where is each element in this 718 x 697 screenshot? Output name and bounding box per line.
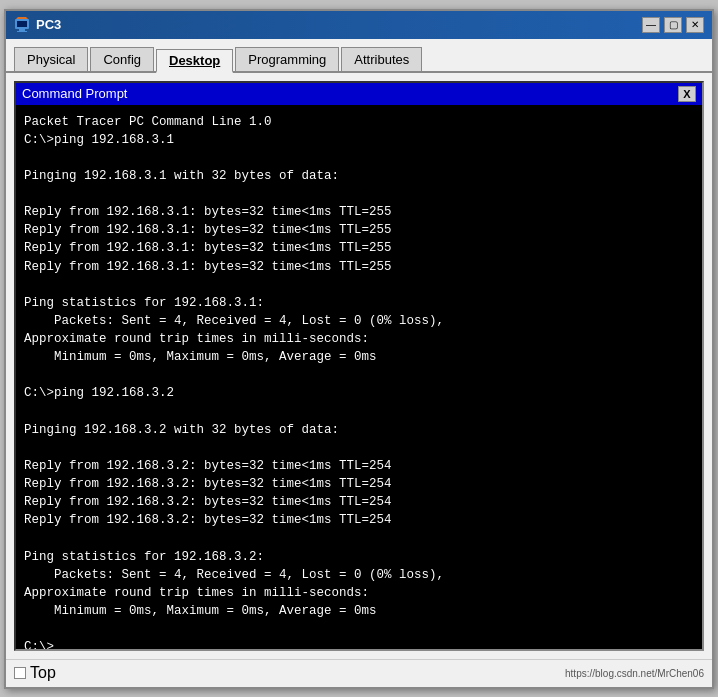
cmd-close-button[interactable]: X <box>678 86 696 102</box>
cmd-line-9: Reply from 192.168.3.1: bytes=32 time<1m… <box>24 260 392 274</box>
cmd-output[interactable]: Packet Tracer PC Command Line 1.0 C:\>pi… <box>16 105 702 649</box>
window-controls: — ▢ ✕ <box>642 17 704 33</box>
cmd-line-1: Packet Tracer PC Command Line 1.0 <box>24 115 272 129</box>
cmd-line-30: C:\> <box>24 640 54 648</box>
command-prompt-window: Command Prompt X Packet Tracer PC Comman… <box>14 81 704 651</box>
cmd-titlebar: Command Prompt X <box>16 83 702 105</box>
cmd-line-23: Reply from 192.168.3.2: bytes=32 time<1m… <box>24 513 392 527</box>
bottom-url: https://blog.csdn.net/MrChen06 <box>565 668 704 679</box>
cmd-line-22: Reply from 192.168.3.2: bytes=32 time<1m… <box>24 495 392 509</box>
tab-physical[interactable]: Physical <box>14 47 88 71</box>
svg-marker-4 <box>16 17 28 19</box>
top-checkbox[interactable] <box>14 667 26 679</box>
cmd-line-21: Reply from 192.168.3.2: bytes=32 time<1m… <box>24 477 392 491</box>
cmd-line-27: Approximate round trip times in milli-se… <box>24 586 369 600</box>
tab-programming[interactable]: Programming <box>235 47 339 71</box>
title-bar: PC3 — ▢ ✕ <box>6 11 712 39</box>
tab-desktop[interactable]: Desktop <box>156 49 233 73</box>
svg-rect-1 <box>17 21 27 27</box>
cmd-line-28: Minimum = 0ms, Maximum = 0ms, Average = … <box>24 604 377 618</box>
main-window: PC3 — ▢ ✕ Physical Config Desktop Progra… <box>4 9 714 689</box>
cmd-line-12: Packets: Sent = 4, Received = 4, Lost = … <box>24 314 444 328</box>
minimize-button[interactable]: — <box>642 17 660 33</box>
maximize-button[interactable]: ▢ <box>664 17 682 33</box>
cmd-line-20: Reply from 192.168.3.2: bytes=32 time<1m… <box>24 459 392 473</box>
bottom-bar: Top https://blog.csdn.net/MrChen06 <box>6 659 712 687</box>
cmd-line-25: Ping statistics for 192.168.3.2: <box>24 550 264 564</box>
cmd-line-8: Reply from 192.168.3.1: bytes=32 time<1m… <box>24 241 392 255</box>
tab-config[interactable]: Config <box>90 47 154 71</box>
top-label: Top <box>30 664 56 682</box>
cmd-line-16: C:\>ping 192.168.3.2 <box>24 386 174 400</box>
tab-attributes[interactable]: Attributes <box>341 47 422 71</box>
tab-bar: Physical Config Desktop Programming Attr… <box>6 39 712 73</box>
window-title: PC3 <box>36 17 642 32</box>
cmd-line-26: Packets: Sent = 4, Received = 4, Lost = … <box>24 568 444 582</box>
cmd-line-2: C:\>ping 192.168.3.1 <box>24 133 174 147</box>
app-icon <box>14 17 30 33</box>
cmd-line-6: Reply from 192.168.3.1: bytes=32 time<1m… <box>24 205 392 219</box>
content-area: Command Prompt X Packet Tracer PC Comman… <box>6 73 712 659</box>
cmd-line-7: Reply from 192.168.3.1: bytes=32 time<1m… <box>24 223 392 237</box>
svg-rect-3 <box>17 31 27 32</box>
cmd-line-11: Ping statistics for 192.168.3.1: <box>24 296 264 310</box>
bottom-left: Top <box>14 664 56 682</box>
cmd-title-label: Command Prompt <box>22 86 127 101</box>
close-button[interactable]: ✕ <box>686 17 704 33</box>
cmd-line-18: Pinging 192.168.3.2 with 32 bytes of dat… <box>24 423 339 437</box>
svg-rect-2 <box>19 29 25 31</box>
cmd-line-4: Pinging 192.168.3.1 with 32 bytes of dat… <box>24 169 339 183</box>
cmd-line-14: Minimum = 0ms, Maximum = 0ms, Average = … <box>24 350 377 364</box>
cmd-line-13: Approximate round trip times in milli-se… <box>24 332 369 346</box>
